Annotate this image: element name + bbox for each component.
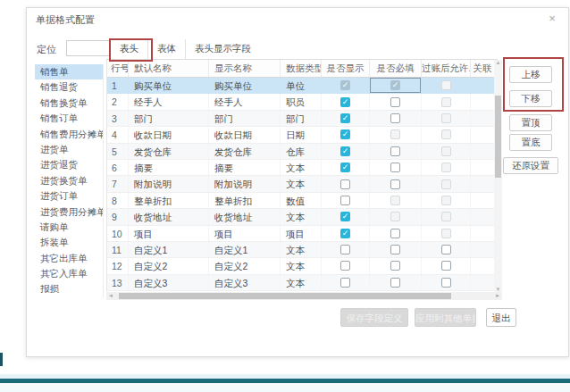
cell-display-row-11 xyxy=(322,242,370,257)
checkbox-display-row-4[interactable]: ✓ xyxy=(340,129,350,139)
checkbox-display-row-8[interactable] xyxy=(340,196,350,205)
cell-post-allow-row-3 xyxy=(422,111,471,126)
cell-default-name: 收货地址 xyxy=(129,209,209,224)
checkbox-required-row-7[interactable] xyxy=(390,179,400,189)
checkbox-display-row-12[interactable] xyxy=(340,261,350,271)
table-row[interactable]: 3部门部门部门✓ xyxy=(107,111,494,127)
sidebar-item-8[interactable]: 进货换货单 xyxy=(35,173,103,188)
checkbox-required-row-3[interactable] xyxy=(390,113,400,123)
sidebar-item-12[interactable]: 拆装单 xyxy=(35,235,103,250)
sidebar-item-4[interactable]: 销售订单 xyxy=(35,111,103,126)
cell-display-name: 购买单位 xyxy=(209,78,281,93)
cell-related xyxy=(471,160,495,175)
checkbox-display-row-6[interactable]: ✓ xyxy=(340,163,350,172)
sidebar-item-9[interactable]: 进货订单 xyxy=(35,188,103,204)
table-row[interactable]: 8整单折扣整单折扣数值 xyxy=(107,193,494,209)
checkbox-display-row-2[interactable]: ✓ xyxy=(340,97,350,107)
locate-label: 定位 xyxy=(37,43,56,56)
close-icon[interactable]: × xyxy=(544,11,560,27)
table-row[interactable]: 12自定义2自定义2文本 xyxy=(107,258,494,274)
checkbox-display-row-9[interactable]: ✓ xyxy=(340,212,350,221)
cell-row-no: 8 xyxy=(107,193,129,208)
cell-data-type: 文本 xyxy=(281,176,322,191)
column-header-is-displayed: 是否显示 xyxy=(322,60,370,77)
sidebar-item-2[interactable]: 销售退货 xyxy=(35,79,103,95)
table-row[interactable]: 7附加说明附加说明文本 xyxy=(107,176,494,192)
restore-settings-button[interactable]: 还原设置 xyxy=(503,157,558,174)
cell-post-allow-row-5 xyxy=(422,144,471,159)
table-row[interactable]: 9收货地址收货地址文本✓ xyxy=(107,209,494,225)
checkbox-display-row-13[interactable] xyxy=(340,278,350,288)
cell-row-no: 2 xyxy=(107,94,129,109)
table-row[interactable]: 11自定义1自定义1文本 xyxy=(107,242,494,258)
scroll-left-icon[interactable]: ◄ xyxy=(108,292,113,300)
scroll-up-icon[interactable]: ▲ xyxy=(494,60,502,65)
checkbox-display-row-7[interactable] xyxy=(340,179,350,189)
cell-related xyxy=(471,94,495,109)
checkbox-required-row-5[interactable] xyxy=(390,146,400,156)
cell-post-allow-row-11 xyxy=(422,242,471,257)
cell-default-name: 附加说明 xyxy=(129,176,209,191)
horizontal-scroll-thumb[interactable] xyxy=(119,293,451,299)
cell-display-row-5: ✓ xyxy=(322,144,370,159)
sidebar-item-13[interactable]: 其它出库单 xyxy=(35,251,103,266)
cell-related xyxy=(471,176,495,191)
sidebar-item-10[interactable]: 进货费用分摊单 xyxy=(35,204,103,220)
tab-body[interactable]: 表体 xyxy=(148,39,186,59)
cell-required-row-13 xyxy=(370,275,422,290)
cell-post-allow-row-13 xyxy=(422,275,471,290)
table-horizontal-scrollbar[interactable]: ◄ ► xyxy=(106,292,502,300)
sidebar-item-5[interactable]: 销售费用分摊单 xyxy=(35,127,103,142)
table-vertical-scrollbar[interactable]: ▲ ▼ xyxy=(494,60,502,292)
checkbox-display-row-10[interactable]: ✓ xyxy=(340,229,350,238)
checkbox-post-allow-row-13[interactable] xyxy=(441,278,451,288)
checkbox-required-row-13[interactable] xyxy=(390,278,400,288)
checkbox-post-allow-row-5 xyxy=(441,146,451,156)
checkbox-required-row-6[interactable] xyxy=(390,163,400,172)
sidebar-item-6[interactable]: 进货单 xyxy=(35,142,103,157)
checkbox-post-allow-row-12[interactable] xyxy=(441,261,451,271)
checkbox-required-row-12[interactable] xyxy=(390,261,400,271)
cell-display-row-12 xyxy=(322,258,370,273)
table-row[interactable]: 4收款日期收款日期日期✓ xyxy=(107,127,494,143)
checkbox-required-row-10[interactable] xyxy=(390,229,400,238)
move-bottom-button[interactable]: 置底 xyxy=(509,134,552,151)
table-row[interactable]: 2经手人经手人职员✓ xyxy=(107,94,494,110)
column-header-is-required: 是否必填 xyxy=(370,60,422,77)
sidebar-item-11[interactable]: 请购单 xyxy=(35,220,103,235)
sidebar-item-1[interactable]: 销售单 xyxy=(35,64,103,79)
apply-to-other-documents-button: 应用到其他单据 xyxy=(415,308,476,327)
table-row[interactable]: 6摘要摘要文本✓ xyxy=(107,160,494,176)
move-up-button[interactable]: 上移 xyxy=(509,66,552,83)
vertical-scroll-thumb[interactable] xyxy=(495,96,501,178)
table-row[interactable]: 13自定义3自定义3文本 xyxy=(107,275,494,291)
cell-display-name: 收款日期 xyxy=(209,127,281,142)
tab-header[interactable]: 表头 xyxy=(111,39,148,59)
cell-display-name: 摘要 xyxy=(209,160,281,175)
cell-data-type: 单位 xyxy=(281,78,322,93)
field-config-table: 行号默认名称显示名称数据类型是否显示是否必填过账后允许...关联 1购买单位购买… xyxy=(106,60,494,291)
exit-button[interactable]: 退出 xyxy=(486,308,516,327)
checkbox-required-row-2[interactable] xyxy=(390,97,400,107)
table-row[interactable]: 5发货仓库发货仓库仓库✓ xyxy=(107,144,494,160)
cell-display-row-1: ✓ xyxy=(322,78,370,93)
scroll-right-icon[interactable]: ► xyxy=(495,292,500,300)
checkbox-required-row-11[interactable] xyxy=(390,245,400,254)
checkbox-post-allow-row-11[interactable] xyxy=(441,245,451,254)
sidebar-item-15[interactable]: 报损 xyxy=(35,281,103,296)
move-top-button[interactable]: 置顶 xyxy=(509,114,552,131)
sidebar-item-7[interactable]: 进货退货 xyxy=(35,157,103,172)
table-row[interactable]: 10项目项目项目✓ xyxy=(107,226,494,242)
column-header-display-name: 显示名称 xyxy=(209,60,281,77)
sidebar-item-14[interactable]: 其它入库单 xyxy=(35,266,103,281)
cell-post-allow-row-10 xyxy=(422,226,471,241)
checkbox-display-row-5[interactable]: ✓ xyxy=(340,146,350,156)
cell-default-name: 自定义2 xyxy=(129,258,209,273)
cell-display-row-9: ✓ xyxy=(322,209,370,224)
sidebar-item-3[interactable]: 销售换货单 xyxy=(35,96,103,111)
checkbox-display-row-3[interactable]: ✓ xyxy=(340,113,350,123)
tab-header-display-fields[interactable]: 表头显示字段 xyxy=(186,39,260,59)
move-down-button[interactable]: 下移 xyxy=(509,90,552,107)
table-row[interactable]: 1购买单位购买单位单位✓✓ xyxy=(107,78,494,94)
checkbox-display-row-11[interactable] xyxy=(340,245,350,254)
